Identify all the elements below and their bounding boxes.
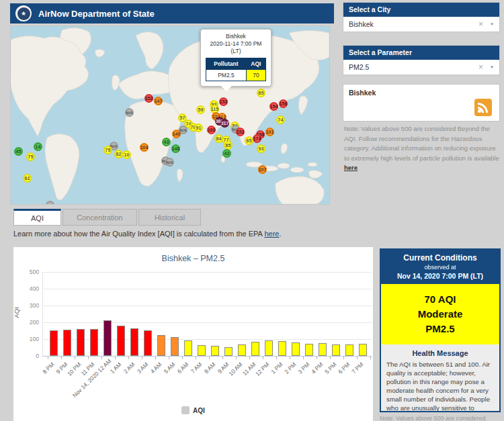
parameter-select-value: PM2.5 [349,63,478,71]
map-marker[interactable]: 62 [23,174,32,183]
y-axis-line [42,272,43,356]
map-marker[interactable]: 14 [34,142,42,151]
map-marker[interactable]: 152 [144,94,153,103]
chart-bar[interactable] [319,343,327,356]
legend-item-aqi[interactable]: AQI [13,406,373,414]
x-tick-mark [48,357,48,359]
chart-bar[interactable] [224,347,233,356]
map-marker[interactable]: N/A [125,108,134,117]
map-marker[interactable]: 107 [258,165,267,174]
airnow-page: ★ AirNow Department of State [0,0,504,421]
tooltip-city: Bishkek [205,33,267,40]
chevron-down-icon[interactable]: ▼ [490,65,494,69]
map-marker[interactable]: 152 [219,97,228,106]
chart-bar[interactable] [50,330,58,356]
chart-bar[interactable] [90,329,98,356]
clear-icon[interactable]: × [478,62,483,72]
tooltip-datetime: 2020-11-14 7:00 PM [205,40,267,48]
map-marker[interactable]: 147 [154,97,163,105]
x-tick-mark [303,357,304,359]
tooltip-pollutant-value: PM2.5 [206,70,247,81]
map-marker[interactable]: 104 [140,143,149,152]
chart-bar[interactable] [292,342,300,356]
chart-bar[interactable] [305,344,313,356]
map-marker[interactable]: 156 [279,99,288,108]
chevron-down-icon[interactable]: ▼ [490,22,494,26]
note-text: Note: Values above 500 are considered Be… [344,125,499,162]
chart-bar[interactable] [130,328,138,356]
y-tick-label: 200 [13,319,39,326]
map-marker[interactable]: 317 [220,119,229,128]
chart-bar[interactable] [238,344,246,356]
map-marker[interactable]: 154 [269,102,278,111]
chart-bar[interactable] [171,337,179,356]
map-marker[interactable]: 45 [14,147,23,156]
x-tick-mark [276,357,277,359]
map-marker[interactable]: 43 [162,138,171,146]
chart-bar[interactable] [184,340,192,356]
aqi-value: 70 AQI [384,292,497,307]
chart-bar[interactable] [144,330,152,356]
chart-bar[interactable] [77,329,85,356]
chart-bar[interactable] [332,344,340,356]
x-tick-mark [169,357,169,359]
chart-bar[interactable] [198,345,206,356]
clear-icon[interactable]: × [478,19,483,29]
tab-aqi[interactable]: AQI [13,209,61,226]
x-tick-mark [317,357,317,359]
tab-concentration[interactable]: Concentration [62,209,137,226]
map-marker[interactable]: 65 [257,89,265,97]
map-marker[interactable]: N/A [165,158,174,167]
note-here-link[interactable]: here [344,164,358,171]
tooltip-col-aqi: AQI [246,58,265,70]
x-axis-line [42,356,372,357]
map-marker[interactable]: 140 [172,130,181,138]
map-marker[interactable]: 85 [224,141,233,150]
map-marker[interactable]: 10 [122,150,131,159]
map-marker[interactable]: 160 [207,126,216,134]
map-marker[interactable]: 59 [196,105,205,114]
chart-bar[interactable] [265,340,273,356]
aqi-status-block: 70 AQI Moderate PM2.5 [381,284,499,344]
learn-more-line: Learn more about how the Air Quality Ind… [13,230,281,238]
map-marker[interactable]: 174 [253,134,261,143]
x-tick-mark [343,357,344,359]
map-marker[interactable]: 152 [236,128,245,136]
map-tooltip: Bishkek 2020-11-14 7:00 PM (LT) Pollutan… [200,29,271,87]
chart-bar[interactable] [359,344,367,356]
map-marker[interactable]: N/A [46,201,54,205]
gridline [42,272,372,273]
clipped-note: Note: Values above 500 are considered Be… [380,415,501,421]
map-marker[interactable]: 93 [257,144,265,153]
x-tick-mark [370,357,371,359]
health-message-text: The AQI is between 51 and 100. Air quali… [381,360,499,412]
chart-bar[interactable] [157,335,165,356]
chart-bar[interactable] [103,320,112,356]
city-select[interactable]: Bishkek × ▼ [343,17,499,32]
x-tick-mark [249,357,250,359]
rss-icon[interactable] [474,99,492,116]
x-tick-mark [101,357,102,359]
map-marker[interactable]: 75 [103,146,112,154]
chart-bar[interactable] [251,342,259,356]
world-map[interactable]: 45147562N/A152147N/AN/A75821010443N/A577… [10,26,330,205]
map-marker[interactable]: 75 [26,152,35,161]
gridline [42,322,372,323]
tab-historical[interactable]: Historical [138,209,201,226]
chart-bar[interactable] [63,330,71,356]
parameter-select[interactable]: PM2.5 × ▼ [343,60,499,75]
epa-here-link[interactable]: here [264,230,279,238]
chart-bar[interactable] [345,344,353,356]
map-marker[interactable]: 91 [194,124,203,132]
x-tick-mark [155,357,156,359]
chart-bar[interactable] [117,326,125,356]
chart-bar[interactable] [278,341,286,356]
map-marker[interactable]: 42 [222,149,231,158]
map-marker[interactable]: 101 [265,128,274,136]
map-marker[interactable]: 65 [245,136,253,145]
x-tick-mark [75,357,75,359]
map-marker[interactable]: 74 [276,115,285,124]
map-marker[interactable]: 148 [171,144,180,153]
chart-bar[interactable] [211,346,219,356]
page-title: AirNow Department of State [38,9,155,19]
